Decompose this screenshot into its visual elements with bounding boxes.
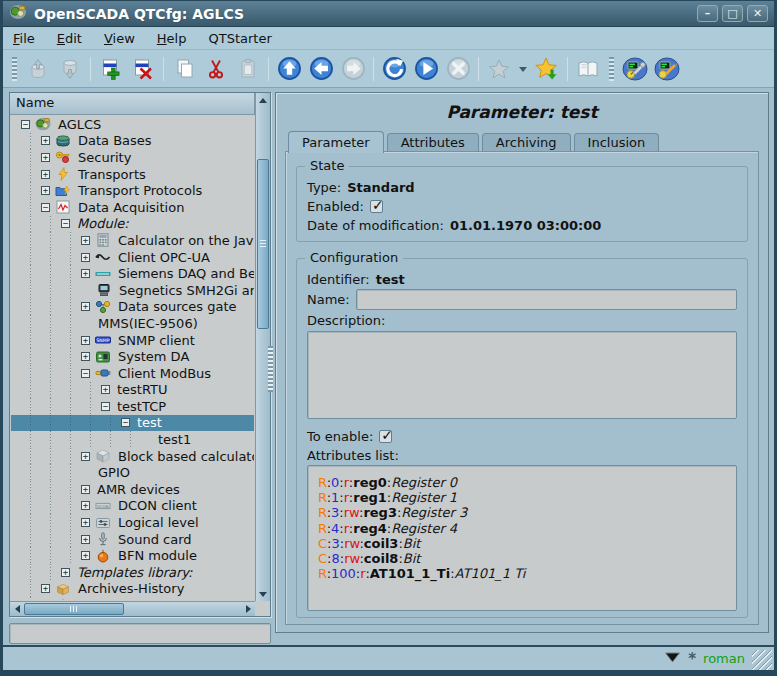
tree-item-client-opc-ua[interactable]: +Client OPC-UA bbox=[11, 249, 254, 266]
tree-item-gpio[interactable]: GPIO bbox=[11, 464, 254, 481]
menu-file[interactable]: File bbox=[13, 31, 35, 46]
tree-item-label: test1 bbox=[156, 432, 193, 447]
tree-item-specials[interactable]: +Specials bbox=[11, 597, 254, 600]
tree-item-archives-history[interactable]: +Archives-History bbox=[11, 581, 254, 598]
tree-expander-expand[interactable]: + bbox=[81, 518, 90, 527]
tree-item-transports[interactable]: +Transports bbox=[11, 166, 254, 183]
tree-filter-field[interactable] bbox=[9, 623, 271, 644]
tree-expander-expand[interactable]: + bbox=[61, 568, 70, 577]
tree-expander-expand[interactable]: + bbox=[41, 136, 50, 145]
tree-expander-collapse[interactable]: − bbox=[21, 120, 30, 129]
tree-column-header[interactable]: Name bbox=[10, 93, 255, 115]
cut-item-button[interactable] bbox=[200, 53, 232, 85]
tree-item-siemens-daq-and-beck[interactable]: +Siemens DAQ and Beck bbox=[11, 265, 254, 282]
menu-edit[interactable]: Edit bbox=[57, 31, 82, 46]
tree-expander-expand[interactable]: + bbox=[41, 170, 50, 179]
add-item-button[interactable] bbox=[95, 53, 127, 85]
tree-item-bfn-module[interactable]: +BFN module bbox=[11, 547, 254, 564]
copy-item-button[interactable] bbox=[168, 53, 200, 85]
tree-item-client-modbus[interactable]: −Client ModBus bbox=[11, 365, 254, 382]
tree-expander-expand[interactable]: + bbox=[81, 336, 90, 345]
tree-item-sound-card[interactable]: +Sound card bbox=[11, 531, 254, 548]
resize-grip[interactable] bbox=[752, 650, 772, 670]
messages-indicator-icon[interactable] bbox=[664, 651, 681, 667]
tab-inclusion[interactable]: Inclusion bbox=[574, 133, 660, 152]
tree-item-aglcs[interactable]: −AGLCS bbox=[11, 116, 254, 133]
enabled-checkbox[interactable] bbox=[370, 200, 383, 213]
tree-item-data-acquisition[interactable]: −Data Acquisition bbox=[11, 199, 254, 216]
tree-expander-expand[interactable]: + bbox=[81, 551, 90, 560]
tree-item-data-bases[interactable]: +Data Bases bbox=[11, 133, 254, 150]
favorite-menu-button[interactable] bbox=[515, 53, 531, 85]
tree-expander-expand[interactable]: + bbox=[41, 584, 50, 593]
delete-item-button[interactable] bbox=[127, 53, 159, 85]
tab-parameter[interactable]: Parameter bbox=[288, 131, 384, 153]
tree-item-transport-protocols[interactable]: +Transport Protocols bbox=[11, 182, 254, 199]
go-back-button[interactable] bbox=[305, 53, 337, 85]
tab-archiving[interactable]: Archiving bbox=[482, 133, 571, 152]
tree-expander-expand[interactable]: + bbox=[81, 501, 90, 510]
tree-item-logical-level[interactable]: +Logical level bbox=[11, 514, 254, 531]
description-textarea[interactable] bbox=[307, 331, 737, 419]
horizontal-scroll-thumb[interactable] bbox=[24, 603, 124, 615]
tree-expander-expand[interactable]: + bbox=[41, 153, 50, 162]
tree-item-calculator-on-the-java-li[interactable]: +Calculator on the Java-li bbox=[11, 232, 254, 249]
tree-expander-expand[interactable]: + bbox=[81, 535, 90, 544]
to-enable-checkbox[interactable] bbox=[379, 430, 392, 443]
tree-expander-expand[interactable]: + bbox=[41, 186, 50, 195]
tree-item-security[interactable]: +Security bbox=[11, 149, 254, 166]
vertical-scroll-thumb[interactable] bbox=[257, 159, 269, 329]
minimize-button[interactable]: – bbox=[697, 5, 718, 22]
qtstarter-configurator-button[interactable] bbox=[619, 53, 651, 85]
scroll-left-button[interactable] bbox=[10, 602, 24, 616]
tree-item-templates-library[interactable]: +Templates library: bbox=[11, 564, 254, 581]
menu-help[interactable]: Help bbox=[157, 31, 187, 46]
tree-expander-collapse[interactable]: − bbox=[41, 203, 50, 212]
scroll-down-button[interactable] bbox=[256, 587, 270, 601]
attributes-list[interactable]: R:0:r:reg0:Register 0R:1:r:reg1:Register… bbox=[307, 465, 737, 611]
menu-view[interactable]: View bbox=[104, 31, 135, 46]
tree-item-snmp-client[interactable]: +SNMPSNMP client bbox=[11, 332, 254, 349]
scroll-right-button[interactable] bbox=[241, 602, 255, 616]
scroll-up-button[interactable] bbox=[256, 93, 270, 107]
tree-horizontal-scrollbar[interactable] bbox=[10, 601, 255, 616]
tree-item-testtcp[interactable]: −testTCP bbox=[11, 398, 254, 415]
tree-expander-expand[interactable]: + bbox=[81, 302, 90, 311]
tree-item-testrtu[interactable]: +testRTU bbox=[11, 382, 254, 399]
close-button[interactable]: ✕ bbox=[747, 5, 768, 22]
tree-expander-expand[interactable]: + bbox=[81, 236, 90, 245]
add-favorite-button[interactable] bbox=[531, 53, 563, 85]
tree-item-test[interactable]: −test bbox=[11, 415, 254, 432]
tree-expander-collapse[interactable]: − bbox=[61, 219, 70, 228]
qtstarter-vision-button[interactable] bbox=[651, 53, 683, 85]
maximize-button[interactable]: □ bbox=[722, 5, 743, 22]
tree-expander-collapse[interactable]: − bbox=[81, 369, 90, 378]
manual-button[interactable] bbox=[572, 53, 604, 85]
tree-expander-collapse[interactable]: − bbox=[101, 402, 110, 411]
tree-expander-expand[interactable]: + bbox=[101, 385, 110, 394]
tree-item-dcon-client[interactable]: +DCONDCON client bbox=[11, 498, 254, 515]
tree-item-data-sources-gate[interactable]: +Data sources gate bbox=[11, 299, 254, 316]
tree-item-system-da[interactable]: +System DA bbox=[11, 348, 254, 365]
tree-item-amr-devices[interactable]: +AMR devices bbox=[11, 481, 254, 498]
tree-expander-expand[interactable]: + bbox=[81, 452, 90, 461]
name-input[interactable] bbox=[356, 289, 737, 310]
tree-item-test1[interactable]: test1 bbox=[11, 431, 254, 448]
panel-splitter[interactable] bbox=[268, 346, 273, 392]
tree-expander-collapse[interactable]: − bbox=[121, 418, 130, 427]
tree-expander-expand[interactable]: + bbox=[81, 485, 90, 494]
tree-expander-expand[interactable]: + bbox=[81, 352, 90, 361]
refresh-button[interactable] bbox=[378, 53, 410, 85]
tree-item-mms-iec-9506[interactable]: MMS(IEC-9506) bbox=[11, 315, 254, 332]
tree-expander-expand[interactable]: + bbox=[81, 253, 90, 262]
menu-qtstarter[interactable]: QTStarter bbox=[208, 31, 271, 46]
tab-attributes[interactable]: Attributes bbox=[387, 133, 479, 152]
tree-item-block-based-calculator[interactable]: +Block based calculator bbox=[11, 448, 254, 465]
tree-item-module[interactable]: −Module: bbox=[11, 216, 254, 233]
tree-expander-expand[interactable]: + bbox=[81, 269, 90, 278]
start-periodic-update-button[interactable] bbox=[410, 53, 442, 85]
toolbar-handle[interactable] bbox=[12, 57, 17, 81]
tree-item-segnetics-smh2gi-and[interactable]: Segnetics SMH2Gi and bbox=[11, 282, 254, 299]
go-up-button[interactable] bbox=[273, 53, 305, 85]
toolbar-handle[interactable] bbox=[609, 57, 614, 81]
